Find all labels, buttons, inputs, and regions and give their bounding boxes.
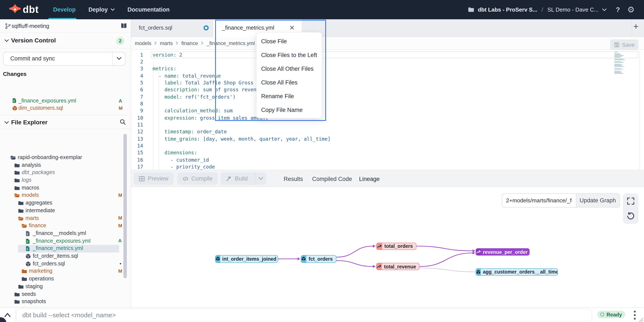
account-name[interactable]: dbt Labs - ProServ S... — [478, 7, 537, 13]
breadcrumb-item[interactable]: models — [135, 40, 151, 46]
action-toolbar: PreviewCompileBuild ResultsCompiled Code… — [131, 170, 644, 187]
commit-and-sync-button[interactable]: Commit and sync — [3, 52, 126, 65]
panel-tab-lineage[interactable]: Lineage — [359, 170, 380, 187]
lineage-panel[interactable]: Update Graph int_order_items_joinedfct_o… — [131, 187, 644, 307]
nav-item-documentation[interactable]: Documentation — [128, 7, 170, 13]
tree-item-rapid-onboarding-exemplar[interactable]: rapid-onboarding-exemplar — [0, 154, 128, 161]
panel-tab-results[interactable]: Results — [284, 170, 303, 187]
minimap-line — [614, 62, 624, 63]
build-button[interactable]: Build — [221, 172, 266, 185]
tree-item-aggregates[interactable]: aggregates — [0, 199, 128, 207]
lineage-node-int_order_items_joined[interactable]: int_order_items_joined — [215, 255, 278, 263]
commit-options-chevron[interactable] — [112, 52, 125, 65]
breadcrumb: modelsmartsfinance_finance_metrics.yml — [135, 37, 255, 50]
lineage-node-fct_orders[interactable]: fct_orders — [300, 255, 336, 263]
tree-item-dbt_packages[interactable]: dbt_packages — [0, 169, 128, 176]
tree-item-_finance__models.yml[interactable]: _finance__models.yml — [0, 230, 128, 237]
git-branch-icon — [5, 23, 11, 30]
preview-button[interactable]: Preview — [134, 172, 174, 185]
context-menu-item-close-file[interactable]: Close File — [257, 34, 322, 48]
context-menu-item-rename-file[interactable]: Rename File — [257, 89, 322, 103]
tree-item-seeds[interactable]: seeds — [0, 290, 128, 298]
settings-gear-icon[interactable]: ⚙ — [627, 6, 634, 14]
lineage-node-total_revenue[interactable]: total_revenue — [376, 263, 420, 270]
tree-item-intermediate[interactable]: intermediate — [0, 207, 128, 214]
context-menu-item-copy-file-name[interactable]: Copy File Name — [257, 103, 322, 117]
breadcrumb-item[interactable]: marts — [160, 40, 173, 46]
tree-item-macros[interactable]: macros — [0, 184, 128, 192]
tree-item-_finance_metrics.yml[interactable]: _finance_metrics.yml — [0, 245, 128, 252]
changes-section-label: Changes — [3, 71, 26, 77]
top-navbar: dbt DevelopDeployDocumentation dbt Labs … — [0, 0, 644, 19]
version-control-header[interactable]: Version Control — [0, 33, 131, 48]
tree-item-marketing[interactable]: marketingM — [0, 268, 128, 275]
breadcrumb-item[interactable]: _finance_metrics.yml — [206, 40, 255, 46]
minimap-line — [614, 56, 622, 57]
search-icon[interactable] — [120, 119, 126, 125]
file-tree-scrollbar[interactable] — [124, 134, 127, 278]
tree-item-snapshots[interactable]: snapshots — [0, 298, 128, 305]
tab-fct-orders-sql[interactable]: fct_orders.sql — [131, 19, 214, 37]
line-number: 13 — [131, 136, 143, 143]
context-menu-item-close-all-files[interactable]: Close All Files — [257, 76, 322, 89]
close-tab-icon[interactable] — [290, 25, 294, 30]
docs-book-icon[interactable] — [120, 23, 127, 29]
breadcrumb-item[interactable]: finance — [181, 40, 198, 46]
branch-row[interactable]: sqlfluff-meeting — [0, 19, 131, 33]
expand-console-chevron-up-icon[interactable] — [4, 312, 11, 317]
code-text: - priority_code — [152, 163, 215, 170]
dbt-ide-window: dbt DevelopDeployDocumentation dbt Labs … — [0, 0, 644, 322]
resize-handle-icon[interactable] — [638, 317, 644, 322]
tree-item-operations[interactable]: operations — [0, 275, 128, 283]
lineage-node-revenue_per_order[interactable]: revenue_per_order — [476, 248, 530, 255]
tree-item-fct_orders.sql[interactable]: fct_orders.sql● — [0, 260, 128, 267]
console-kebab-menu-icon[interactable] — [633, 310, 637, 320]
editor-minimap[interactable] — [614, 52, 626, 75]
button-label: Preview — [148, 175, 168, 182]
tree-item-_finance_exposures.yml[interactable]: _finance_exposures.ymlA — [0, 237, 128, 245]
context-menu-item-close-files-to-the-left[interactable]: Close Files to the Left — [257, 48, 322, 62]
tree-item-label: _finance_exposures.yml — [33, 238, 90, 244]
nav-item-deploy[interactable]: Deploy — [88, 7, 114, 13]
git-status-badge: A — [118, 238, 122, 243]
branch-name: sqlfluff-meeting — [12, 23, 49, 29]
file-explorer-title: File Explorer — [11, 119, 48, 126]
compile-button[interactable]: Compile — [177, 172, 218, 185]
save-button[interactable]: Save — [610, 40, 638, 50]
model-cube-icon — [301, 255, 306, 262]
code-line-2: 2 — [131, 58, 644, 65]
tree-item-fct_order_items.sql[interactable]: fct_order_items.sql — [0, 252, 128, 260]
chevron-down-icon — [110, 8, 114, 11]
node-label: int_order_items_joined — [220, 255, 278, 262]
panel-tab-compiled-code[interactable]: Compiled Code — [312, 170, 352, 187]
command-input[interactable] — [16, 309, 592, 321]
tree-item-logs[interactable]: logs — [0, 177, 128, 184]
tree-item-staging[interactable]: staging — [0, 283, 128, 290]
tree-item-analysis[interactable]: analysis — [0, 161, 128, 169]
code-line-13: 13 time_grains: [day, week, month, quart… — [131, 136, 644, 143]
nav-item-develop[interactable]: Develop — [53, 7, 76, 13]
tree-item-label: operations — [29, 276, 54, 282]
code-line-14: 14 — [131, 142, 644, 149]
tree-item-label: intermediate — [26, 207, 55, 213]
change-row-_finance_exposures.yml[interactable]: _finance_exposures.ymlA — [0, 97, 131, 104]
change-row-dim_customers.sql[interactable]: dim_customers.sqlM — [0, 104, 131, 112]
save-label: Save — [622, 42, 634, 48]
new-tab-button[interactable]: + — [633, 22, 641, 34]
breadcrumb-chevron-icon — [176, 41, 178, 45]
project-name[interactable]: SL Demo - Dave C... — [548, 7, 598, 13]
tree-item-finance[interactable]: financeM — [0, 222, 128, 230]
tree-item-label: analysis — [22, 162, 41, 168]
code-editor[interactable]: 1version: 223metrics:4 - name: total_rev… — [131, 50, 644, 170]
help-button[interactable]: ? — [616, 6, 620, 14]
context-menu-item-close-all-other-files[interactable]: Close All Other Files — [257, 62, 322, 76]
lineage-node-total_orders[interactable]: total_orders — [376, 242, 416, 250]
tree-item-marts[interactable]: martsM — [0, 215, 128, 222]
file-explorer-header[interactable]: File Explorer — [0, 115, 131, 129]
tree-item-label: dbt_packages — [22, 170, 55, 176]
dbt-logo-icon[interactable] — [9, 4, 21, 16]
lineage-node-agg_customer_orders__all_time[interactable]: agg_customer_orders__all_time — [476, 268, 558, 275]
tree-item-models[interactable]: modelsM — [0, 192, 128, 199]
build-options-chevron[interactable] — [255, 172, 266, 185]
project-breadcrumb[interactable]: dbt Labs - ProServ S... / SL Demo - Dave… — [468, 0, 607, 19]
